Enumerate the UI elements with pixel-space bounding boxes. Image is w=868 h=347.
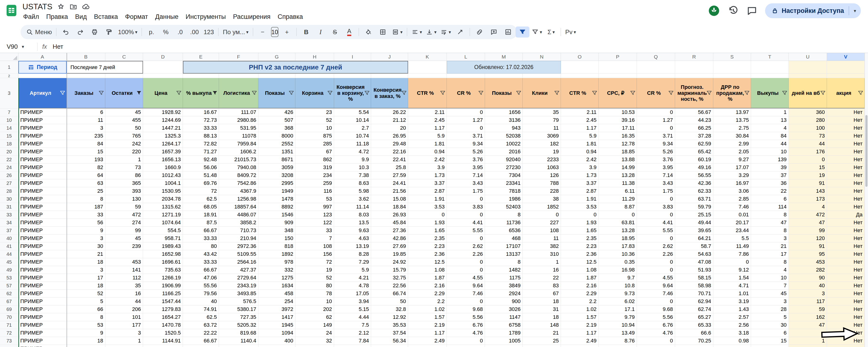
cell[interactable] [183,73,219,78]
cell[interactable]: 1.73 [408,171,447,179]
cell[interactable]: 3.9 [561,164,599,171]
cell[interactable]: 91 [789,243,827,250]
cell[interactable]: 0 [447,124,485,132]
cell[interactable]: 0 [637,211,675,219]
cell[interactable]: 5.9 [561,132,599,140]
cell[interactable]: 11.14 [334,203,371,211]
cell[interactable]: 66.25 [675,124,713,132]
cell[interactable]: 87.5 [183,219,219,227]
cell[interactable]: Нет [827,297,865,306]
cell[interactable] [219,345,258,347]
cell[interactable]: 65.33 [675,321,713,329]
cell[interactable]: 2729.64 [219,274,258,282]
cell[interactable]: 2.62 [447,243,485,250]
cell[interactable]: 10022 [485,140,523,148]
cell[interactable]: 149 [296,321,334,329]
cell[interactable] [713,73,751,78]
cell[interactable]: 909 [258,219,296,227]
row-header[interactable]: 22 [0,156,19,164]
cell[interactable]: 10.94 [599,321,637,329]
cell[interactable]: 1852 [523,203,561,211]
cell[interactable]: 18.85 [599,148,637,156]
filter-icon[interactable] [782,90,787,96]
cell[interactable]: 7.84 [334,337,371,345]
cell[interactable]: 1.75 [637,187,675,195]
cell[interactable]: 16.67 [183,108,219,116]
cell[interactable]: 0 [447,258,485,266]
cell[interactable]: 17 [751,250,789,258]
column-header-Q[interactable]: Q [637,53,675,61]
cell[interactable]: 65.42 [675,148,713,156]
cell[interactable]: 44.23 [675,116,713,124]
cell[interactable]: 1063 [523,164,561,171]
row-header[interactable]: 62 [0,290,19,297]
row-header[interactable]: 31 [0,203,19,211]
cell[interactable]: 0 [408,211,447,219]
cell[interactable]: 735.63 [143,266,183,274]
cell[interactable]: 2.42 [561,156,599,164]
cell[interactable]: 1789 [485,329,523,337]
row-header[interactable]: 15 [0,132,19,140]
cell[interactable]: 44 [105,297,143,306]
cell[interactable]: 92.48 [183,156,219,164]
cell[interactable]: 2.16 [561,282,599,290]
cell[interactable]: 285 [296,140,334,148]
column-title-V[interactable]: акция [827,78,865,108]
filter-icon[interactable] [288,90,294,96]
cell[interactable]: 1.57 [561,313,599,321]
cell[interactable]: 156 [296,250,334,258]
cell[interactable]: 1012.43 [143,171,183,179]
cell[interactable] [751,345,789,347]
cell[interactable]: 4.76 [637,329,675,337]
cell[interactable]: Нет [827,227,865,234]
cell[interactable]: 3.29 [713,171,751,179]
cell[interactable]: 17.83 [599,243,637,250]
cell[interactable]: 66.6 [675,329,713,337]
cell[interactable]: 117 [789,297,827,306]
cell[interactable]: 4.44 [334,313,371,321]
row-header[interactable]: 18 [0,140,19,148]
cell[interactable]: 116 [296,187,334,195]
cell[interactable]: 4 [789,203,827,211]
cell[interactable]: 15.08 [371,195,408,203]
cell[interactable]: 182 [523,140,561,148]
cell[interactable]: 42.36 [675,179,713,187]
cell[interactable]: 3972 [258,306,296,313]
cell[interactable]: 21 [751,243,789,250]
column-header-G[interactable]: G [258,53,296,61]
increase-decimals-button[interactable]: .00 [187,27,201,37]
cell[interactable]: ПРИМЕР [19,329,67,337]
row-header[interactable]: 10 [0,116,19,124]
filter-icon[interactable] [744,90,750,96]
cell[interactable]: 47.06 [183,274,219,282]
cell[interactable]: 12.5 [408,258,447,266]
filter-icon[interactable] [858,90,864,96]
cell[interactable]: 1652.98 [143,250,183,258]
cell[interactable]: ПРИМЕР [19,108,67,116]
row-header[interactable]: 3 [0,78,19,108]
filter-icon[interactable] [630,90,636,96]
cell[interactable]: 259 [296,179,334,187]
cell[interactable]: 3 [751,234,789,243]
cell[interactable]: 62 [296,313,334,321]
cell[interactable]: 8 [485,211,523,219]
cell[interactable]: 1 [105,337,143,345]
cell[interactable]: 32 [296,337,334,345]
cell[interactable]: 9.27 [713,156,751,164]
cell[interactable]: 453 [789,258,827,266]
cell[interactable]: 382 [523,243,561,250]
cell[interactable]: 0 [637,195,675,203]
cell[interactable]: 108 [296,243,334,250]
cell[interactable]: 7.5 [334,321,371,329]
cell[interactable]: 108 [523,227,561,234]
cell[interactable]: 3.95 [637,164,675,171]
row-header[interactable]: 67 [0,297,19,306]
cell[interactable]: 44 [751,140,789,148]
filter-icon[interactable] [554,90,560,96]
column-title-M[interactable]: Показы [485,78,523,108]
cell[interactable]: Нет [827,164,865,171]
cell[interactable]: 13.97 [713,108,751,116]
column-title-H[interactable]: Корзина [296,78,334,108]
cell[interactable]: 1 [523,258,561,266]
cell[interactable]: 21.12 [371,116,408,124]
